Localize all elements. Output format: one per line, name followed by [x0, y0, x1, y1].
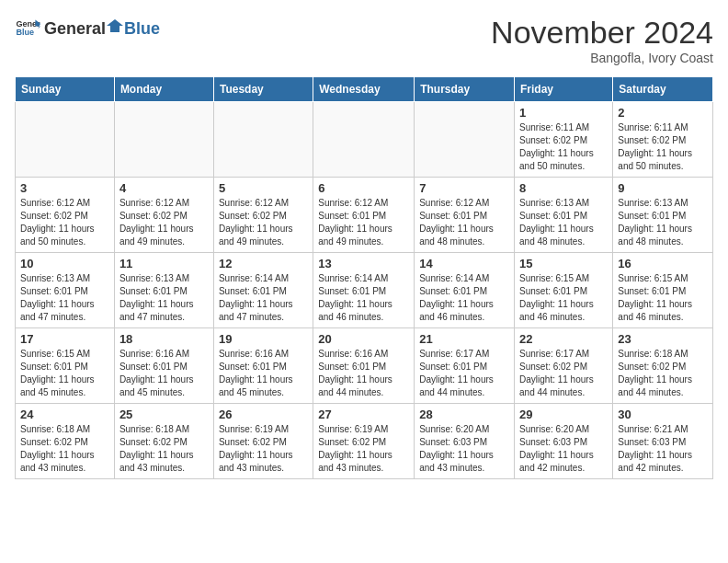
day-number: 25 [119, 408, 209, 421]
logo-text-blue: Blue [124, 19, 160, 39]
logo: General Blue General Blue [15, 15, 160, 40]
day-info: Sunrise: 6:15 AM Sunset: 6:01 PM Dayligh… [519, 272, 608, 324]
day-info: Sunrise: 6:14 AM Sunset: 6:01 PM Dayligh… [318, 272, 409, 324]
day-info: Sunrise: 6:13 AM Sunset: 6:01 PM Dayligh… [20, 272, 109, 324]
day-number: 12 [219, 257, 308, 270]
day-info: Sunrise: 6:16 AM Sunset: 6:01 PM Dayligh… [119, 348, 209, 399]
calendar-day-cell: 10Sunrise: 6:13 AM Sunset: 6:01 PM Dayli… [16, 253, 115, 328]
day-info: Sunrise: 6:19 AM Sunset: 6:02 PM Dayligh… [318, 423, 409, 475]
calendar-weekday-header: Sunday [16, 77, 115, 102]
calendar-day-cell [114, 102, 213, 178]
calendar-day-cell: 25Sunrise: 6:18 AM Sunset: 6:02 PM Dayli… [114, 404, 213, 479]
day-number: 26 [219, 408, 308, 421]
calendar-day-cell: 11Sunrise: 6:13 AM Sunset: 6:01 PM Dayli… [114, 253, 213, 328]
svg-marker-3 [107, 19, 123, 32]
day-number: 27 [318, 408, 409, 421]
logo-text-general: General [44, 19, 106, 39]
day-info: Sunrise: 6:20 AM Sunset: 6:03 PM Dayligh… [519, 423, 608, 475]
calendar-day-cell: 14Sunrise: 6:14 AM Sunset: 6:01 PM Dayli… [415, 253, 515, 328]
calendar-week-row: 3Sunrise: 6:12 AM Sunset: 6:02 PM Daylig… [16, 178, 713, 253]
calendar-day-cell: 22Sunrise: 6:17 AM Sunset: 6:02 PM Dayli… [515, 328, 613, 404]
day-number: 2 [618, 106, 708, 120]
day-info: Sunrise: 6:11 AM Sunset: 6:02 PM Dayligh… [618, 121, 708, 173]
day-number: 18 [119, 332, 209, 346]
calendar-day-cell: 20Sunrise: 6:16 AM Sunset: 6:01 PM Dayli… [313, 328, 415, 404]
calendar-day-cell: 18Sunrise: 6:16 AM Sunset: 6:01 PM Dayli… [114, 328, 213, 404]
day-number: 3 [20, 181, 109, 195]
svg-text:Blue: Blue [16, 28, 34, 37]
calendar-week-row: 10Sunrise: 6:13 AM Sunset: 6:01 PM Dayli… [16, 253, 713, 328]
calendar-day-cell [213, 102, 313, 178]
day-info: Sunrise: 6:13 AM Sunset: 6:01 PM Dayligh… [119, 272, 209, 324]
calendar-day-cell [313, 102, 415, 178]
day-info: Sunrise: 6:12 AM Sunset: 6:02 PM Dayligh… [119, 197, 209, 248]
calendar-day-cell: 30Sunrise: 6:21 AM Sunset: 6:03 PM Dayli… [613, 404, 713, 479]
day-number: 30 [618, 408, 708, 421]
day-info: Sunrise: 6:14 AM Sunset: 6:01 PM Dayligh… [219, 272, 308, 324]
calendar-day-cell: 13Sunrise: 6:14 AM Sunset: 6:01 PM Dayli… [313, 253, 415, 328]
day-info: Sunrise: 6:16 AM Sunset: 6:01 PM Dayligh… [219, 348, 308, 399]
calendar-weekday-header: Monday [114, 77, 213, 102]
day-number: 13 [318, 257, 409, 270]
day-number: 15 [519, 257, 608, 270]
day-info: Sunrise: 6:21 AM Sunset: 6:03 PM Dayligh… [618, 423, 708, 475]
calendar-week-row: 1Sunrise: 6:11 AM Sunset: 6:02 PM Daylig… [16, 102, 713, 178]
day-info: Sunrise: 6:17 AM Sunset: 6:01 PM Dayligh… [419, 348, 509, 399]
title-section: November 2024 Bangofla, Ivory Coast [491, 15, 713, 65]
day-number: 29 [519, 408, 608, 421]
calendar-weekday-header: Friday [515, 77, 613, 102]
calendar-weekday-header: Wednesday [313, 77, 415, 102]
calendar-weekday-header: Tuesday [213, 77, 313, 102]
day-info: Sunrise: 6:12 AM Sunset: 6:02 PM Dayligh… [20, 197, 109, 248]
calendar-day-cell: 12Sunrise: 6:14 AM Sunset: 6:01 PM Dayli… [213, 253, 313, 328]
day-number: 28 [419, 408, 509, 421]
day-info: Sunrise: 6:15 AM Sunset: 6:01 PM Dayligh… [618, 272, 708, 324]
calendar-weekday-header: Saturday [613, 77, 713, 102]
day-number: 7 [419, 181, 509, 195]
location-subtitle: Bangofla, Ivory Coast [491, 51, 713, 65]
calendar-week-row: 24Sunrise: 6:18 AM Sunset: 6:02 PM Dayli… [16, 404, 713, 479]
calendar-day-cell: 17Sunrise: 6:15 AM Sunset: 6:01 PM Dayli… [16, 328, 115, 404]
day-number: 19 [219, 332, 308, 346]
calendar-day-cell: 29Sunrise: 6:20 AM Sunset: 6:03 PM Dayli… [515, 404, 613, 479]
day-number: 5 [219, 181, 308, 195]
day-number: 8 [519, 181, 608, 195]
day-info: Sunrise: 6:19 AM Sunset: 6:02 PM Dayligh… [219, 423, 308, 475]
day-info: Sunrise: 6:12 AM Sunset: 6:02 PM Dayligh… [219, 197, 308, 248]
day-number: 24 [20, 408, 109, 421]
day-number: 6 [318, 181, 409, 195]
calendar-day-cell [415, 102, 515, 178]
calendar-day-cell: 7Sunrise: 6:12 AM Sunset: 6:01 PM Daylig… [415, 178, 515, 253]
calendar-day-cell: 21Sunrise: 6:17 AM Sunset: 6:01 PM Dayli… [415, 328, 515, 404]
day-info: Sunrise: 6:13 AM Sunset: 6:01 PM Dayligh… [519, 197, 608, 248]
calendar-day-cell: 3Sunrise: 6:12 AM Sunset: 6:02 PM Daylig… [16, 178, 115, 253]
calendar-day-cell: 5Sunrise: 6:12 AM Sunset: 6:02 PM Daylig… [213, 178, 313, 253]
day-number: 11 [119, 257, 209, 270]
calendar-header-row: SundayMondayTuesdayWednesdayThursdayFrid… [16, 77, 713, 102]
calendar-week-row: 17Sunrise: 6:15 AM Sunset: 6:01 PM Dayli… [16, 328, 713, 404]
day-info: Sunrise: 6:12 AM Sunset: 6:01 PM Dayligh… [318, 197, 409, 248]
calendar-day-cell: 24Sunrise: 6:18 AM Sunset: 6:02 PM Dayli… [16, 404, 115, 479]
calendar-weekday-header: Thursday [415, 77, 515, 102]
month-title: November 2024 [491, 15, 713, 51]
calendar-day-cell: 9Sunrise: 6:13 AM Sunset: 6:01 PM Daylig… [613, 178, 713, 253]
day-number: 23 [618, 332, 708, 346]
calendar-day-cell: 16Sunrise: 6:15 AM Sunset: 6:01 PM Dayli… [613, 253, 713, 328]
calendar-day-cell: 19Sunrise: 6:16 AM Sunset: 6:01 PM Dayli… [213, 328, 313, 404]
calendar-day-cell: 28Sunrise: 6:20 AM Sunset: 6:03 PM Dayli… [415, 404, 515, 479]
day-info: Sunrise: 6:17 AM Sunset: 6:02 PM Dayligh… [519, 348, 608, 399]
day-info: Sunrise: 6:18 AM Sunset: 6:02 PM Dayligh… [20, 423, 109, 475]
day-info: Sunrise: 6:16 AM Sunset: 6:01 PM Dayligh… [318, 348, 409, 399]
day-info: Sunrise: 6:12 AM Sunset: 6:01 PM Dayligh… [419, 197, 509, 248]
page-header: General Blue General Blue November 2024 … [15, 15, 713, 65]
day-number: 22 [519, 332, 608, 346]
day-number: 1 [519, 106, 608, 120]
calendar-day-cell: 1Sunrise: 6:11 AM Sunset: 6:02 PM Daylig… [515, 102, 613, 178]
day-info: Sunrise: 6:13 AM Sunset: 6:01 PM Dayligh… [618, 197, 708, 248]
day-info: Sunrise: 6:14 AM Sunset: 6:01 PM Dayligh… [419, 272, 509, 324]
calendar-day-cell: 15Sunrise: 6:15 AM Sunset: 6:01 PM Dayli… [515, 253, 613, 328]
day-number: 4 [119, 181, 209, 195]
calendar-table: SundayMondayTuesdayWednesdayThursdayFrid… [15, 76, 713, 479]
logo-icon: General Blue [15, 15, 40, 40]
day-number: 20 [318, 332, 409, 346]
